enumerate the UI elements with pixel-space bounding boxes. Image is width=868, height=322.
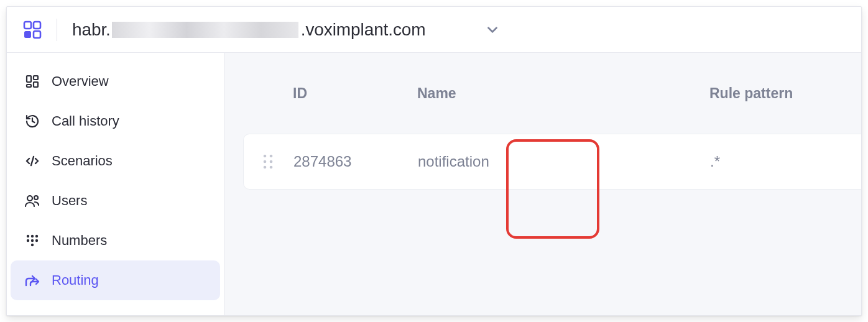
domain-redacted (112, 22, 298, 38)
sidebar: Overview Call history (7, 53, 224, 315)
app-window: habr. .voximplant.com (6, 6, 862, 316)
svg-rect-1 (34, 22, 40, 29)
drag-handle-icon[interactable] (244, 152, 293, 171)
svg-point-19 (270, 155, 273, 158)
column-header-id[interactable]: ID (293, 85, 417, 102)
svg-point-21 (270, 160, 273, 163)
svg-rect-3 (34, 31, 40, 38)
svg-point-9 (27, 196, 32, 201)
svg-rect-6 (34, 82, 38, 87)
dashboard-icon (24, 74, 40, 89)
sidebar-item-scenarios[interactable]: Scenarios (11, 141, 220, 181)
sidebar-item-call-history[interactable]: Call history (11, 101, 220, 141)
app-logo-icon[interactable] (23, 21, 42, 39)
sidebar-item-routing[interactable]: Routing (11, 260, 220, 300)
history-icon (24, 114, 40, 129)
svg-rect-5 (34, 76, 38, 80)
svg-point-10 (34, 196, 38, 200)
column-header-pattern[interactable]: Rule pattern (709, 85, 861, 102)
topbar: habr. .voximplant.com (7, 7, 861, 53)
sidebar-item-numbers[interactable]: Numbers (11, 221, 220, 260)
svg-rect-4 (27, 76, 31, 82)
sidebar-item-overview[interactable]: Overview (11, 62, 220, 101)
svg-point-13 (35, 235, 38, 237)
domain-dropdown-button[interactable] (484, 22, 501, 38)
svg-point-18 (264, 155, 267, 158)
app-domain[interactable]: habr. .voximplant.com (72, 19, 426, 40)
svg-point-14 (27, 239, 29, 242)
cell-name: notification (418, 153, 710, 170)
sidebar-item-label: Numbers (52, 232, 107, 249)
svg-point-16 (35, 239, 38, 242)
svg-rect-0 (24, 22, 31, 29)
sidebar-item-label: Scenarios (52, 153, 113, 169)
table-row[interactable]: 2874863 notification .* (243, 134, 861, 190)
domain-suffix: .voximplant.com (301, 20, 426, 40)
sidebar-item-users[interactable]: Users (11, 181, 220, 221)
table-header: ID Name Rule pattern (224, 53, 861, 134)
svg-point-15 (31, 239, 34, 242)
routing-icon (24, 273, 40, 288)
divider (57, 19, 57, 41)
sidebar-item-label: Users (52, 193, 87, 209)
domain-prefix: habr. (72, 20, 111, 40)
svg-line-8 (31, 157, 34, 165)
sidebar-item-label: Call history (52, 113, 119, 129)
main-content: ID Name Rule pattern 2874863 notificatio… (224, 53, 861, 315)
body: Overview Call history (7, 53, 861, 315)
code-icon (24, 154, 40, 168)
cell-pattern: .* (710, 153, 861, 170)
svg-point-23 (270, 166, 273, 169)
svg-point-11 (27, 235, 29, 237)
chevron-down-icon (484, 22, 501, 38)
sidebar-item-label: Overview (52, 73, 109, 90)
users-icon (24, 193, 40, 208)
sidebar-item-label: Routing (52, 272, 99, 288)
svg-point-20 (264, 160, 267, 163)
svg-rect-2 (24, 31, 31, 38)
dialpad-icon (24, 233, 40, 248)
cell-id: 2874863 (293, 153, 418, 170)
svg-point-22 (264, 166, 267, 169)
svg-point-17 (31, 244, 34, 246)
svg-point-12 (31, 235, 34, 237)
svg-rect-7 (27, 85, 31, 87)
column-header-name[interactable]: Name (417, 85, 709, 102)
